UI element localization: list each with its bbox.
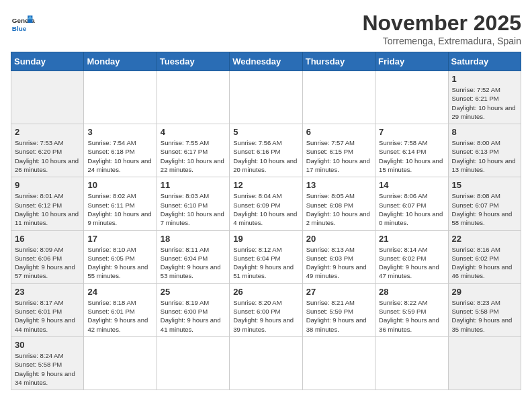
- calendar-cell: 12Sunrise: 8:04 AM Sunset: 6:09 PM Dayli…: [230, 177, 302, 230]
- day-number: 19: [233, 234, 298, 244]
- calendar-week-row: 23Sunrise: 8:17 AM Sunset: 6:01 PM Dayli…: [11, 283, 521, 336]
- calendar-cell: [230, 71, 302, 124]
- weekday-header-row: SundayMondayTuesdayWednesdayThursdayFrid…: [11, 52, 521, 71]
- calendar-table: SundayMondayTuesdayWednesdayThursdayFrid…: [11, 52, 521, 390]
- svg-text:Blue: Blue: [12, 25, 27, 32]
- calendar-cell: 10Sunrise: 8:02 AM Sunset: 6:11 PM Dayli…: [84, 177, 157, 230]
- calendar-cell: 13Sunrise: 8:05 AM Sunset: 6:08 PM Dayli…: [302, 177, 375, 230]
- day-number: 18: [161, 234, 226, 244]
- calendar-cell: 3Sunrise: 7:54 AM Sunset: 6:18 PM Daylig…: [84, 124, 157, 177]
- calendar-cell: 16Sunrise: 8:09 AM Sunset: 6:06 PM Dayli…: [11, 230, 84, 283]
- calendar-week-row: 9Sunrise: 8:01 AM Sunset: 6:12 PM Daylig…: [11, 177, 521, 230]
- day-number: 8: [452, 127, 517, 137]
- day-number: 1: [452, 74, 517, 84]
- calendar-cell: 27Sunrise: 8:21 AM Sunset: 5:59 PM Dayli…: [302, 283, 375, 336]
- calendar-cell: [230, 336, 302, 390]
- calendar-cell: 29Sunrise: 8:23 AM Sunset: 5:58 PM Dayli…: [448, 283, 521, 336]
- day-number: 6: [306, 127, 371, 137]
- day-number: 23: [15, 287, 80, 297]
- day-number: 22: [452, 234, 517, 244]
- day-number: 17: [87, 234, 152, 244]
- weekday-header-sunday: Sunday: [11, 52, 84, 71]
- calendar-cell: 6Sunrise: 7:57 AM Sunset: 6:15 PM Daylig…: [302, 124, 375, 177]
- calendar-cell: 4Sunrise: 7:55 AM Sunset: 6:17 PM Daylig…: [157, 124, 229, 177]
- day-info: Sunrise: 8:02 AM Sunset: 6:11 PM Dayligh…: [87, 191, 152, 227]
- day-number: 29: [452, 287, 517, 297]
- day-info: Sunrise: 7:55 AM Sunset: 6:17 PM Dayligh…: [161, 138, 226, 174]
- day-info: Sunrise: 8:04 AM Sunset: 6:09 PM Dayligh…: [233, 191, 298, 227]
- calendar-cell: 18Sunrise: 8:11 AM Sunset: 6:04 PM Dayli…: [157, 230, 229, 283]
- day-info: Sunrise: 7:58 AM Sunset: 6:14 PM Dayligh…: [379, 138, 444, 174]
- day-info: Sunrise: 8:00 AM Sunset: 6:13 PM Dayligh…: [452, 138, 517, 174]
- calendar-cell: [375, 71, 448, 124]
- day-info: Sunrise: 7:52 AM Sunset: 6:21 PM Dayligh…: [452, 85, 517, 121]
- weekday-header-wednesday: Wednesday: [230, 52, 302, 71]
- day-info: Sunrise: 8:10 AM Sunset: 6:05 PM Dayligh…: [87, 245, 152, 281]
- day-number: 5: [233, 127, 298, 137]
- calendar-cell: 17Sunrise: 8:10 AM Sunset: 6:05 PM Dayli…: [84, 230, 157, 283]
- calendar-week-row: 1Sunrise: 7:52 AM Sunset: 6:21 PM Daylig…: [11, 71, 521, 124]
- day-number: 4: [161, 127, 226, 137]
- day-info: Sunrise: 8:12 AM Sunset: 6:04 PM Dayligh…: [233, 245, 298, 281]
- calendar-cell: 21Sunrise: 8:14 AM Sunset: 6:02 PM Dayli…: [375, 230, 448, 283]
- calendar-title: November 2025: [362, 11, 521, 36]
- day-info: Sunrise: 8:17 AM Sunset: 6:01 PM Dayligh…: [15, 298, 80, 334]
- calendar-week-row: 30Sunrise: 8:24 AM Sunset: 5:58 PM Dayli…: [11, 336, 521, 390]
- day-number: 9: [15, 180, 80, 190]
- weekday-header-tuesday: Tuesday: [157, 52, 229, 71]
- calendar-week-row: 16Sunrise: 8:09 AM Sunset: 6:06 PM Dayli…: [11, 230, 521, 283]
- day-number: 27: [306, 287, 371, 297]
- day-info: Sunrise: 7:57 AM Sunset: 6:15 PM Dayligh…: [306, 138, 371, 174]
- day-info: Sunrise: 8:24 AM Sunset: 5:58 PM Dayligh…: [15, 351, 80, 387]
- calendar-cell: [448, 336, 521, 390]
- day-number: 21: [379, 234, 444, 244]
- calendar-cell: 8Sunrise: 8:00 AM Sunset: 6:13 PM Daylig…: [448, 124, 521, 177]
- day-info: Sunrise: 7:53 AM Sunset: 6:20 PM Dayligh…: [15, 138, 80, 174]
- day-info: Sunrise: 8:11 AM Sunset: 6:04 PM Dayligh…: [161, 245, 226, 281]
- calendar-cell: [157, 71, 229, 124]
- day-number: 30: [15, 340, 80, 350]
- day-info: Sunrise: 8:23 AM Sunset: 5:58 PM Dayligh…: [452, 298, 517, 334]
- day-number: 11: [161, 180, 226, 190]
- day-number: 25: [161, 287, 226, 297]
- day-info: Sunrise: 8:20 AM Sunset: 6:00 PM Dayligh…: [233, 298, 298, 334]
- calendar-cell: 14Sunrise: 8:06 AM Sunset: 6:07 PM Dayli…: [375, 177, 448, 230]
- day-info: Sunrise: 7:56 AM Sunset: 6:16 PM Dayligh…: [233, 138, 298, 174]
- day-number: 13: [306, 180, 371, 190]
- day-info: Sunrise: 8:16 AM Sunset: 6:02 PM Dayligh…: [452, 245, 517, 281]
- logo-icon: General Blue: [11, 11, 35, 35]
- calendar-cell: 11Sunrise: 8:03 AM Sunset: 6:10 PM Dayli…: [157, 177, 229, 230]
- day-info: Sunrise: 8:06 AM Sunset: 6:07 PM Dayligh…: [379, 191, 444, 227]
- day-number: 26: [233, 287, 298, 297]
- weekday-header-friday: Friday: [375, 52, 448, 71]
- day-number: 15: [452, 180, 517, 190]
- day-info: Sunrise: 8:21 AM Sunset: 5:59 PM Dayligh…: [306, 298, 371, 334]
- weekday-header-monday: Monday: [84, 52, 157, 71]
- calendar-cell: [84, 71, 157, 124]
- day-info: Sunrise: 8:08 AM Sunset: 6:07 PM Dayligh…: [452, 191, 517, 227]
- day-info: Sunrise: 8:13 AM Sunset: 6:03 PM Dayligh…: [306, 245, 371, 281]
- day-number: 3: [87, 127, 152, 137]
- day-number: 24: [87, 287, 152, 297]
- calendar-cell: 26Sunrise: 8:20 AM Sunset: 6:00 PM Dayli…: [230, 283, 302, 336]
- day-number: 28: [379, 287, 444, 297]
- day-number: 12: [233, 180, 298, 190]
- logo: General Blue: [11, 11, 35, 35]
- calendar-cell: 24Sunrise: 8:18 AM Sunset: 6:01 PM Dayli…: [84, 283, 157, 336]
- calendar-subtitle: Torremenga, Extremadura, Spain: [362, 36, 521, 46]
- day-info: Sunrise: 8:14 AM Sunset: 6:02 PM Dayligh…: [379, 245, 444, 281]
- day-info: Sunrise: 8:03 AM Sunset: 6:10 PM Dayligh…: [161, 191, 226, 227]
- day-info: Sunrise: 8:19 AM Sunset: 6:00 PM Dayligh…: [161, 298, 226, 334]
- day-number: 10: [87, 180, 152, 190]
- calendar-cell: [11, 71, 84, 124]
- calendar-week-row: 2Sunrise: 7:53 AM Sunset: 6:20 PM Daylig…: [11, 124, 521, 177]
- calendar-cell: 28Sunrise: 8:22 AM Sunset: 5:59 PM Dayli…: [375, 283, 448, 336]
- calendar-cell: 9Sunrise: 8:01 AM Sunset: 6:12 PM Daylig…: [11, 177, 84, 230]
- weekday-header-thursday: Thursday: [302, 52, 375, 71]
- day-info: Sunrise: 8:01 AM Sunset: 6:12 PM Dayligh…: [15, 191, 80, 227]
- calendar-cell: [302, 336, 375, 390]
- calendar-cell: 2Sunrise: 7:53 AM Sunset: 6:20 PM Daylig…: [11, 124, 84, 177]
- calendar-cell: 7Sunrise: 7:58 AM Sunset: 6:14 PM Daylig…: [375, 124, 448, 177]
- day-info: Sunrise: 8:09 AM Sunset: 6:06 PM Dayligh…: [15, 245, 80, 281]
- calendar-cell: 25Sunrise: 8:19 AM Sunset: 6:00 PM Dayli…: [157, 283, 229, 336]
